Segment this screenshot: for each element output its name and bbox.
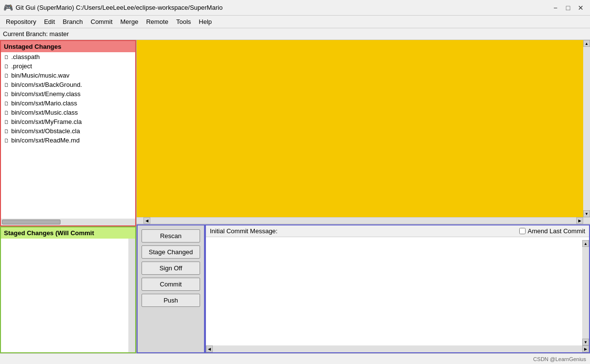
maximize-button[interactable]: □ xyxy=(563,2,573,13)
commit-area: Initial Commit Message: Amend Last Commi… xyxy=(205,224,590,353)
title-bar-text: Git Gui (SuperMario) C:/Users/LeeLeeLee/… xyxy=(16,4,550,11)
list-item[interactable]: 🗋 bin/com/sxt/Mario.class xyxy=(1,99,135,108)
status-bar: Current Branch: master xyxy=(0,28,590,40)
rescan-button[interactable]: Rescan xyxy=(142,229,200,243)
unstaged-file-list[interactable]: 🗋 .classpath 🗋 .project 🗋 bin/Music/musi… xyxy=(1,52,135,219)
scrollbar-thumb[interactable] xyxy=(2,220,61,224)
unstaged-section: Unstaged Changes 🗋 .classpath 🗋 .project… xyxy=(0,40,136,226)
commit-header-row: Initial Commit Message: Amend Last Commi… xyxy=(206,225,589,237)
menu-help[interactable]: Help xyxy=(195,17,216,26)
menu-merge[interactable]: Merge xyxy=(117,17,142,26)
amend-checkbox-input[interactable] xyxy=(519,228,526,234)
sign-off-button[interactable]: Sign Off xyxy=(142,262,200,275)
title-bar-controls: − □ ✕ xyxy=(550,2,586,13)
diff-scrollbar-right[interactable]: ▲ ▼ xyxy=(583,40,590,217)
list-item[interactable]: 🗋 bin/com/sxt/BackGround. xyxy=(1,80,135,89)
diff-area: ▲ ▼ xyxy=(137,40,590,217)
menu-tools[interactable]: Tools xyxy=(172,17,195,26)
menu-bar: Repository Edit Branch Commit Merge Remo… xyxy=(0,16,590,28)
commit-message-textarea[interactable] xyxy=(206,237,589,345)
menu-branch[interactable]: Branch xyxy=(59,17,87,26)
scroll-left-arrow[interactable]: ◀ xyxy=(143,217,150,224)
file-icon: 🗋 xyxy=(4,138,9,143)
action-panel: Rescan Stage Changed Sign Off Commit Pus… xyxy=(137,224,205,353)
file-icon: 🗋 xyxy=(4,54,9,60)
list-item[interactable]: 🗋 bin/com/sxt/MyFrame.cla xyxy=(1,117,135,126)
right-panel: ▲ ▼ ◀ ▶ Rescan Stage Changed Sign Off Co… xyxy=(137,40,590,353)
file-icon: 🗋 xyxy=(4,63,9,69)
list-item[interactable]: 🗋 .project xyxy=(1,61,135,71)
commit-message-label: Initial Commit Message: xyxy=(210,227,278,235)
file-icon: 🗋 xyxy=(4,91,9,97)
menu-repository[interactable]: Repository xyxy=(2,17,40,26)
commit-bottom-scrollbar[interactable]: ◀ ▶ xyxy=(206,345,589,352)
current-branch-label: Current Branch: master xyxy=(3,30,69,38)
commit-scroll-down[interactable]: ▼ xyxy=(582,339,589,345)
commit-scroll-up[interactable]: ▲ xyxy=(582,240,589,247)
file-icon: 🗋 xyxy=(4,73,9,79)
menu-commit[interactable]: Commit xyxy=(87,17,117,26)
main-content: Unstaged Changes 🗋 .classpath 🗋 .project… xyxy=(0,40,590,353)
list-item[interactable]: 🗋 bin/com/sxt/ReadMe.md xyxy=(1,136,135,145)
commit-button[interactable]: Commit xyxy=(142,278,200,291)
file-icon: 🗋 xyxy=(4,82,9,88)
minimize-button[interactable]: − xyxy=(550,2,561,13)
commit-right-scrollbar[interactable]: ▲ ▼ xyxy=(582,240,589,345)
file-icon: 🗋 xyxy=(4,119,9,125)
amend-checkbox-label: Amend Last Commit xyxy=(528,227,585,235)
file-icon: 🗋 xyxy=(4,110,9,116)
list-item[interactable]: 🗋 bin/com/sxt/Music.class xyxy=(1,108,135,117)
bottom-area: Rescan Stage Changed Sign Off Commit Pus… xyxy=(137,224,590,353)
stage-changed-button[interactable]: Stage Changed xyxy=(142,245,200,259)
menu-edit[interactable]: Edit xyxy=(40,17,59,26)
bottom-status: CSDN @LearnGenius xyxy=(0,353,590,364)
amend-last-commit-checkbox[interactable]: Amend Last Commit xyxy=(519,227,585,235)
app-icon: 🎮 xyxy=(4,3,13,12)
file-icon: 🗋 xyxy=(4,101,9,106)
commit-scroll-left[interactable]: ◀ xyxy=(206,345,213,352)
diff-hscrollbar[interactable]: ◀ ▶ xyxy=(137,217,590,224)
close-button[interactable]: ✕ xyxy=(575,2,586,13)
unstaged-scrollbar[interactable] xyxy=(1,219,135,225)
unstaged-header: Unstaged Changes xyxy=(1,41,135,52)
list-item[interactable]: 🗋 bin/com/sxt/Obstacle.cla xyxy=(1,126,135,136)
list-item[interactable]: 🗋 bin/com/sxt/Enemy.class xyxy=(1,89,135,99)
scroll-right-arrow[interactable]: ▶ xyxy=(576,217,583,224)
left-panel: Unstaged Changes 🗋 .classpath 🗋 .project… xyxy=(0,40,137,353)
file-icon: 🗋 xyxy=(4,128,9,134)
scroll-up-arrow[interactable]: ▲ xyxy=(583,40,590,47)
staged-header: Staged Changes (Will Commit xyxy=(1,227,135,239)
bottom-status-text: CSDN @LearnGenius xyxy=(533,356,586,362)
commit-scroll-right[interactable]: ▶ xyxy=(582,345,589,352)
list-item[interactable]: 🗋 .classpath xyxy=(1,52,135,61)
push-button[interactable]: Push xyxy=(142,294,200,307)
scroll-down-arrow[interactable]: ▼ xyxy=(583,210,590,217)
title-bar: 🎮 Git Gui (SuperMario) C:/Users/LeeLeeLe… xyxy=(0,0,590,16)
staged-content xyxy=(1,239,135,352)
list-item[interactable]: 🗋 bin/Music/music.wav xyxy=(1,71,135,80)
menu-remote[interactable]: Remote xyxy=(142,17,172,26)
staged-section: Staged Changes (Will Commit xyxy=(0,226,136,353)
staged-scrollbar-right[interactable] xyxy=(128,239,135,352)
